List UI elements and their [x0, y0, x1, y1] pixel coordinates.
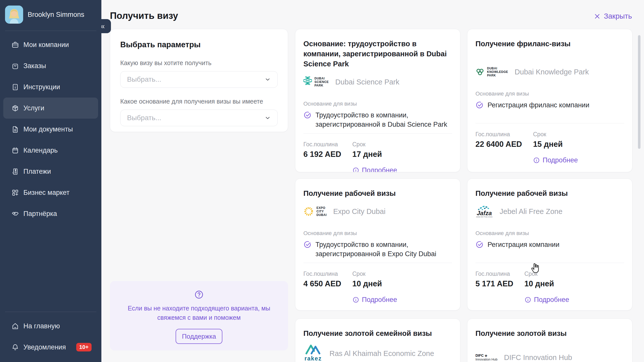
check-circle-icon — [303, 241, 311, 249]
sidebar-item-label: На главную — [23, 322, 60, 330]
visa-card-expo-city-dubai[interactable]: Получение рабочей визы EXPO CITY DUBAI E… — [295, 178, 460, 310]
visa-card-rakez[interactable]: Получение золотой семейной визы rakez RA… — [295, 319, 460, 362]
sidebar-item-calendar[interactable]: Календарь — [3, 140, 98, 161]
reason-text: Трудоустройство в компании, зарегистриро… — [315, 240, 452, 261]
provider-name: DIFC Innovation Hub — [504, 353, 572, 362]
details-link[interactable]: Подробнее — [352, 296, 397, 304]
filter-panel-title: Выбрать параметры — [120, 40, 278, 49]
visa-card-difc[interactable]: Получение золотой визы DIFC ◈ Innovation… — [467, 319, 632, 362]
sidebar-item-label: Мои компании — [23, 41, 69, 49]
fee-value: 5 171 AED — [475, 279, 513, 288]
reason-text: Регистрация компании — [488, 240, 559, 261]
logo-text: rakez — [304, 355, 322, 361]
instructions-icon — [11, 83, 19, 91]
reason-label: Основание для визы — [303, 230, 452, 237]
info-icon — [352, 296, 359, 303]
sidebar-item-label: Заказы — [23, 62, 46, 70]
visa-type-placeholder: Выбрать... — [127, 75, 161, 83]
details-label: Подробнее — [534, 296, 569, 304]
info-icon — [525, 296, 531, 303]
sidebar-item-payments[interactable]: Платежи — [3, 161, 98, 182]
logo-text: DIFC ◈ — [475, 353, 497, 357]
card-title: Получение рабочей визы — [303, 188, 452, 198]
briefcase-icon — [11, 41, 19, 49]
question-circle-icon — [194, 290, 204, 300]
details-label: Подробнее — [543, 156, 578, 164]
fee-label: Гос.пошлина — [303, 141, 341, 148]
visa-card-jebel-ali-free-zone[interactable]: Получение рабочей визы Jafza Jebel Ali F… — [467, 178, 632, 310]
calendar-icon — [11, 147, 19, 154]
visa-type-select[interactable]: Выбрать... — [120, 71, 278, 88]
jafza-logo: Jafza Jebel Ali Free Zone — [475, 205, 493, 218]
documents-icon — [11, 125, 19, 133]
services-icon — [11, 104, 19, 112]
term-label: Срок — [352, 270, 397, 277]
sidebar-item-services[interactable]: Услуги — [3, 98, 98, 119]
sidebar-item-partnership[interactable]: Партнёрка — [3, 203, 98, 224]
sidebar-item-label: Инструкции — [23, 83, 60, 91]
user-profile[interactable]: Brooklyn Simmons — [5, 6, 84, 24]
dsp-logo-icon — [303, 76, 312, 88]
reason-label: Основание для визы — [475, 230, 624, 237]
fee-label: Гос.пошлина — [303, 270, 341, 277]
page-title: Получить визу — [110, 11, 178, 21]
card-title: Получение рабочей визы — [475, 188, 624, 198]
support-button[interactable]: Поддержка — [176, 329, 222, 344]
check-circle-icon — [475, 101, 484, 109]
sidebar-item-home[interactable]: На главную — [3, 315, 98, 337]
details-link[interactable]: Подробнее — [533, 156, 578, 164]
market-icon — [11, 189, 19, 197]
provider-name: Jebel Ali Free Zone — [500, 207, 562, 216]
logo-text: Innovation Hub — [475, 357, 497, 361]
chevron-down-icon — [264, 115, 271, 121]
check-circle-icon — [303, 111, 311, 119]
sidebar-item-instructions[interactable]: Инструкции — [3, 76, 98, 98]
close-button[interactable]: Закрыть — [594, 12, 632, 20]
details-link[interactable]: Подробнее — [525, 296, 569, 304]
card-title: Получение золотой визы — [475, 328, 624, 338]
visa-basis-select[interactable]: Выбрать... — [120, 110, 278, 126]
sidebar-item-documents[interactable]: Мои документы — [3, 119, 98, 140]
card-divider — [303, 263, 452, 263]
sidebar-nav: Мои компании Заказы Инструкции Услуги Мо… — [3, 34, 98, 224]
provider-name: Ras Al Khaimah Economic Zone — [330, 349, 434, 358]
difc-logo: DIFC ◈ Innovation Hub — [475, 353, 497, 361]
user-name: Brooklyn Simmons — [28, 11, 84, 19]
sidebar-item-notifications[interactable]: Уведомления 10+ — [3, 337, 98, 358]
sidebar-item-orders[interactable]: Заказы — [3, 55, 98, 76]
logo-text: PARK — [314, 84, 329, 87]
logo-text: DUBAI — [316, 213, 327, 217]
visa-card-dubai-science-park[interactable]: Основание: трудоустройство в компании, з… — [295, 29, 460, 172]
filter-panel: Выбрать параметры Какую визу вы хотите п… — [110, 29, 288, 132]
fee-value: 22 6400 AED — [475, 140, 522, 149]
logo-text: Jebel Ali Free Zone — [476, 216, 493, 218]
card-divider — [475, 263, 624, 263]
sidebar-item-business-market[interactable]: Бизнес маркет — [3, 182, 98, 203]
sidebar-item-companies[interactable]: Мои компании — [3, 34, 98, 55]
home-icon — [11, 322, 19, 330]
provider-name: Dubai Science Park — [335, 78, 399, 86]
sidebar-footer-nav: На главную Уведомления 10+ — [3, 315, 98, 358]
dubai-science-park-logo: DUBAI SCIENCE PARK — [303, 76, 329, 88]
bell-icon — [11, 343, 19, 351]
term-label: Срок — [352, 141, 397, 148]
fee-value: 6 192 AED — [303, 150, 341, 159]
sidebar-item-label: Бизнес маркет — [23, 189, 69, 197]
logo-text: DUBAI — [487, 67, 508, 70]
payments-icon — [11, 168, 19, 175]
reason-text: Регистрация фриланс компании — [488, 101, 589, 122]
details-label: Подробнее — [362, 166, 397, 172]
bag-icon — [11, 62, 19, 70]
sidebar-item-label: Платежи — [23, 168, 51, 175]
term-value: 15 дней — [533, 140, 578, 149]
fee-label: Гос.пошлина — [475, 131, 522, 138]
term-label: Срок — [533, 131, 578, 138]
scrollbar-thumb[interactable] — [638, 35, 640, 149]
details-link[interactable]: Подробнее — [352, 166, 397, 172]
expo-city-dubai-logo: EXPO CITY DUBAI — [303, 206, 327, 217]
visa-card-dubai-knowledge-park[interactable]: Получение фриланс-визы DUBAI KNOWLEDGE P… — [467, 29, 632, 172]
logo-text: CITY — [316, 210, 327, 213]
logo-text: PARK — [487, 74, 508, 77]
rakez-logo: rakez RAS AL KHAIMAH ECONOMIC ZONE — [303, 342, 323, 362]
dkp-logo-icon — [475, 67, 485, 76]
